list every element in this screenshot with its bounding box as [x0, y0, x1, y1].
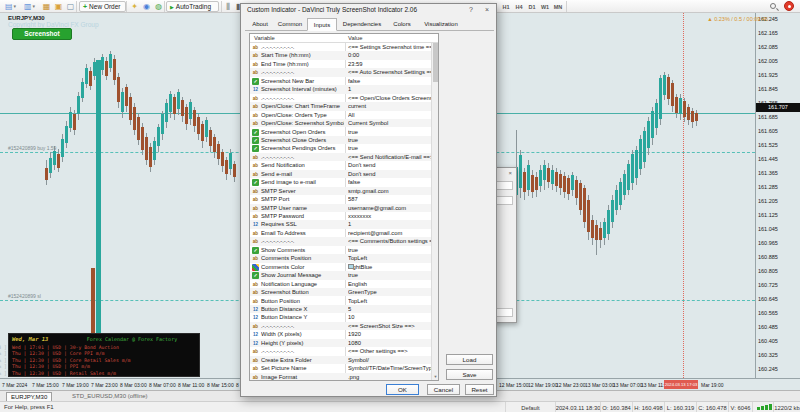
param-value[interactable]: <== Open/Close Orders Screenshot Setting… — [348, 95, 432, 101]
input-row[interactable]: Requires SSL1 — [250, 220, 432, 228]
cancel-button[interactable]: Cancel — [427, 384, 460, 395]
input-row[interactable]: Comments ColorLightBlue — [250, 263, 432, 271]
param-value[interactable]: TopLeft — [348, 298, 432, 304]
input-row[interactable]: Set Picture NameSymbol/TF/DateTime/Scree… — [250, 364, 432, 372]
param-value[interactable]: Symbol/TF/DateTime/ScreenType — [348, 365, 432, 371]
param-value[interactable]: Don't send — [348, 162, 432, 168]
input-row[interactable]: Button Distance Y10 — [250, 313, 432, 321]
param-value[interactable]: current — [348, 103, 432, 109]
param-value[interactable]: 587 — [348, 196, 432, 202]
history-center-icon[interactable]: ▣ — [53, 1, 64, 12]
param-value[interactable]: <== Auto Screenshot Settings ==> — [348, 69, 432, 75]
param-value[interactable]: username@gmail.com — [348, 205, 432, 211]
autotrading-button[interactable]: ▶AutoTrading — [166, 1, 219, 12]
input-row[interactable]: Send image to e-mailfalse — [250, 178, 432, 186]
input-row[interactable]: Notification LanguageEnglish — [250, 280, 432, 288]
close-icon[interactable]: × — [485, 6, 489, 13]
input-row[interactable]: Screenshot Pendings Orderstrue — [250, 144, 432, 152]
mql5-community-icon[interactable]: ◍ — [153, 1, 164, 12]
input-row[interactable]: .-.-.-.-.-.-.-.-.-.<== ScreenShot Size =… — [250, 322, 432, 330]
market-watch-icon[interactable]: ▦ — [41, 1, 52, 12]
input-row[interactable]: Start Time (hh:mm)0:00 — [250, 51, 432, 59]
param-value[interactable]: 10 — [348, 314, 432, 320]
param-value[interactable]: <== Send Notification/E-mail ==> — [348, 154, 432, 160]
input-row[interactable]: Email To Addressrecipient@gmail.com — [250, 229, 432, 237]
param-value[interactable]: false — [348, 179, 432, 185]
param-value[interactable]: recipient@gmail.com — [348, 230, 432, 236]
param-value[interactable]: Symbol/ — [348, 357, 432, 363]
param-value[interactable]: TopLeft — [348, 255, 432, 261]
input-row[interactable]: Screenshot ButtonGreenType — [250, 288, 432, 296]
input-row[interactable]: Screenshot New Barfalse — [250, 77, 432, 85]
param-value[interactable]: GreenType — [348, 289, 432, 295]
input-row[interactable]: Image Format.png — [250, 373, 432, 381]
timeframe-h1[interactable]: H1 — [500, 1, 512, 12]
input-row[interactable]: .-.-.-.-.-.-.-.-.-.<== Auto Screenshot S… — [250, 68, 432, 76]
search-icon[interactable] — [770, 3, 776, 9]
param-value[interactable]: false — [348, 78, 432, 84]
input-row[interactable]: Screenshot Open Orderstrue — [250, 128, 432, 136]
scroll-thumb[interactable] — [433, 42, 438, 82]
timeframe-mn[interactable]: MN — [552, 1, 564, 12]
load-button[interactable]: Load — [446, 354, 493, 365]
reset-button[interactable]: Reset — [465, 384, 494, 395]
input-row[interactable]: SMTP Passwordxxxxxxxx — [250, 212, 432, 220]
new-chart-icon[interactable]: ▤▾ — [2, 1, 19, 12]
param-value[interactable]: true — [348, 145, 432, 151]
dialog-tab-inputs[interactable]: Inputs — [307, 18, 337, 31]
param-value[interactable]: 5 — [348, 306, 432, 312]
param-value[interactable]: Current Symbol — [348, 120, 432, 126]
input-row[interactable]: Send e-mailDon't send — [250, 170, 432, 178]
param-value[interactable]: <== Comments/Button settings ==> — [348, 238, 432, 244]
input-row[interactable]: Button Distance X5 — [250, 305, 432, 313]
indicators-icon[interactable]: ✦ — [129, 1, 140, 12]
input-row[interactable]: Comments PositionTopLeft — [250, 254, 432, 262]
param-value[interactable]: smtp.gmail.com — [348, 188, 432, 194]
input-row[interactable]: .-.-.-.-.-.-.-.-.-.<== Open/Close Orders… — [250, 94, 432, 102]
input-row[interactable]: Button PositionTopLeft — [250, 297, 432, 305]
param-value[interactable]: 0:00 — [348, 52, 432, 58]
input-row[interactable]: Open/Close: Screenshot SymbolCurrent Sym… — [250, 119, 432, 127]
param-value[interactable]: true — [348, 129, 432, 135]
timeframe-d1[interactable]: D1 — [526, 1, 538, 12]
table-scrollbar[interactable]: ▲ ▼ — [431, 34, 438, 380]
param-value[interactable]: 1920 — [348, 331, 432, 337]
scroll-down-icon[interactable]: ▼ — [432, 373, 439, 380]
input-row[interactable]: .-.-.-.-.-.-.-.-.-.<== Send Notification… — [250, 153, 432, 161]
input-row[interactable]: End Time (hh:mm)23:59 — [250, 60, 432, 68]
profiles-icon[interactable]: ▥▾ — [21, 1, 38, 12]
param-value[interactable]: English — [348, 281, 432, 287]
param-value[interactable]: 1 — [348, 221, 432, 227]
save-button[interactable]: Save — [446, 369, 493, 380]
param-value[interactable]: Don't send — [348, 171, 432, 177]
timeframe-h4[interactable]: H4 — [513, 1, 525, 12]
input-row[interactable]: SMTP User nameusername@gmail.com — [250, 204, 432, 212]
input-row[interactable]: Screenshot Close Orderstrue — [250, 136, 432, 144]
param-value[interactable]: All — [348, 112, 432, 118]
param-value[interactable]: <== Settings Screenshot time ==> — [348, 44, 432, 50]
notification-icon[interactable] — [784, 1, 794, 11]
input-row[interactable]: .-.-.-.-.-.-.-.-.-.<== Comments/Button s… — [250, 237, 432, 245]
navigator-icon[interactable]: ▢ — [65, 1, 76, 12]
input-row[interactable]: .-.-.-.-.-.-.-.-.-.<== Other settings ==… — [250, 347, 432, 355]
input-row[interactable]: Width (X pixels)1920 — [250, 330, 432, 338]
input-row[interactable]: .-.-.-.-.-.-.-.-.-.<== Settings Screensh… — [250, 43, 432, 51]
close-icon[interactable]: × — [508, 170, 512, 176]
input-row[interactable]: Open/Close: Chart TimeFramecurrent — [250, 102, 432, 110]
timeframe-w1[interactable]: W1 — [539, 1, 551, 12]
profile-name[interactable]: Default — [505, 402, 555, 412]
input-row[interactable]: Screenshot Interval (minutes)1 — [250, 85, 432, 93]
param-value[interactable]: true — [348, 137, 432, 143]
ok-button[interactable]: OK — [386, 384, 419, 395]
input-row[interactable]: Show Journal Messagetrue — [250, 271, 432, 279]
param-value[interactable]: 1 — [348, 86, 432, 92]
input-row[interactable]: Height (Y pixels)1080 — [250, 339, 432, 347]
param-value[interactable]: <== ScreenShot Size ==> — [348, 323, 432, 329]
param-value[interactable]: 1080 — [348, 340, 432, 346]
new-order-button[interactable]: +New Order — [79, 1, 126, 12]
input-row[interactable]: Send NotificationDon't send — [250, 161, 432, 169]
expert-advisors-icon[interactable]: ◉ — [141, 1, 152, 12]
param-value[interactable]: <== Other settings ==> — [348, 348, 432, 354]
screenshot-button[interactable]: Screenshot — [12, 28, 72, 40]
param-value[interactable]: .png — [348, 374, 432, 380]
